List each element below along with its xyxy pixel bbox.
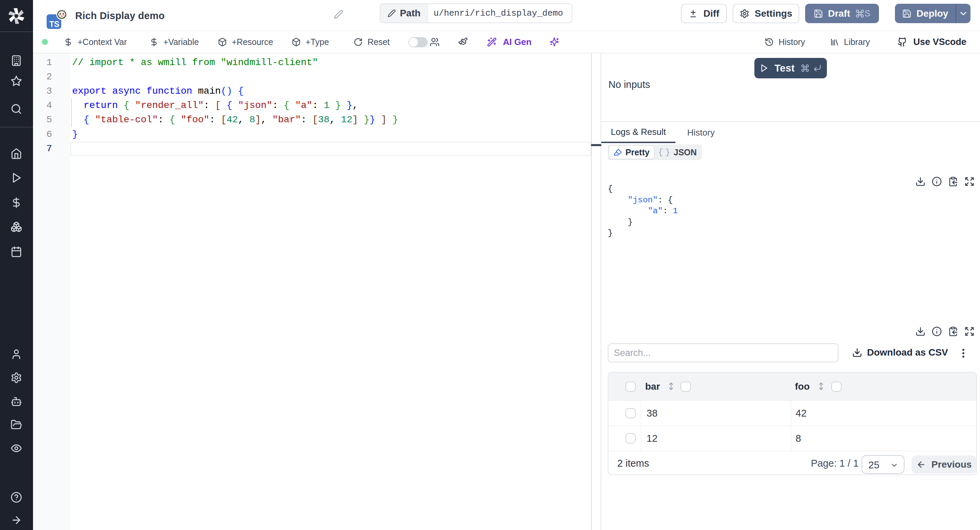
svg-text:TS: TS [49,20,59,29]
